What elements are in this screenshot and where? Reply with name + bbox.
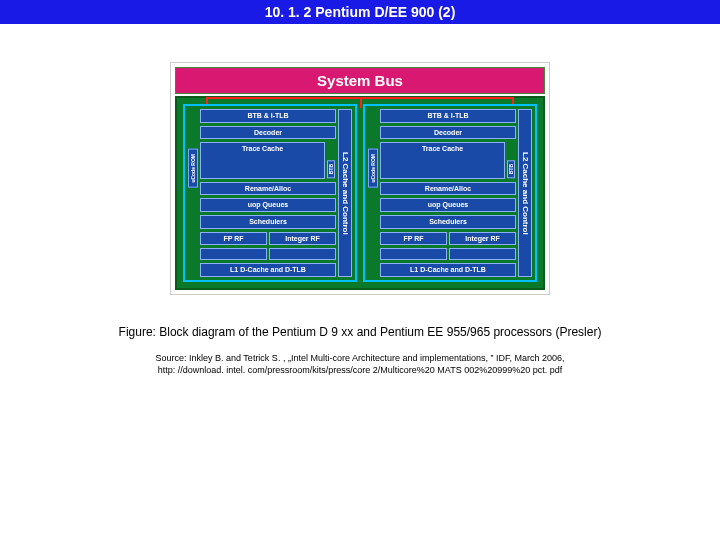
uop-queues: uop Queues [200, 198, 336, 212]
pipeline-stages: BTB & I-TLB Decoder Trace Cache BTB Rena… [200, 109, 336, 277]
source-line-1: Source: Inkley B. and Tetrick S. , „Inte… [155, 353, 564, 363]
uop-queues: uop Queues [380, 198, 516, 212]
int-exec [449, 248, 516, 260]
rename-alloc: Rename/Alloc [380, 182, 516, 196]
diagram-container: System Bus uCode ROM BTB & I-TLB Decoder… [0, 62, 720, 295]
source-citation: Source: Inkley B. and Tetrick S. , „Inte… [0, 353, 720, 376]
l1-dcache: L1 D-Cache and D-TLB [380, 263, 516, 277]
fp-rf: FP RF [380, 232, 447, 246]
core-right: uCode ROM BTB & I-TLB Decoder Trace Cach… [363, 104, 537, 282]
l2-cache: L2 Cache and Control [338, 109, 352, 277]
int-rf: Integer RF [269, 232, 336, 246]
l2-cache: L2 Cache and Control [518, 109, 532, 277]
pipeline-stages: BTB & I-TLB Decoder Trace Cache BTB Rena… [380, 109, 516, 277]
figure-caption: Figure: Block diagram of the Pentium D 9… [0, 325, 720, 339]
slide-title: 10. 1. 2 Pentium D/EE 900 (2) [0, 0, 720, 24]
int-rf: Integer RF [449, 232, 516, 246]
fp-exec [200, 248, 267, 260]
int-exec [269, 248, 336, 260]
schedulers: Schedulers [380, 215, 516, 229]
system-bus-block: System Bus [175, 67, 545, 94]
btb-itlb: BTB & I-TLB [380, 109, 516, 123]
btb-side: BTB [327, 160, 335, 178]
l1-dcache: L1 D-Cache and D-TLB [200, 263, 336, 277]
core-left: uCode ROM BTB & I-TLB Decoder Trace Cach… [183, 104, 357, 282]
trace-cache: Trace Cache [380, 142, 505, 178]
fp-rf: FP RF [200, 232, 267, 246]
rename-alloc: Rename/Alloc [200, 182, 336, 196]
chip-outline: uCode ROM BTB & I-TLB Decoder Trace Cach… [175, 96, 545, 290]
trace-cache: Trace Cache [200, 142, 325, 178]
block-diagram: System Bus uCode ROM BTB & I-TLB Decoder… [170, 62, 550, 295]
fp-exec [380, 248, 447, 260]
schedulers: Schedulers [200, 215, 336, 229]
decoder: Decoder [380, 126, 516, 140]
decoder: Decoder [200, 126, 336, 140]
btb-side: BTB [507, 160, 515, 178]
btb-itlb: BTB & I-TLB [200, 109, 336, 123]
ucode-rom: uCode ROM [188, 149, 198, 188]
ucode-rom: uCode ROM [368, 149, 378, 188]
source-line-2: http: //download. intel. com/pressroom/k… [158, 365, 563, 375]
